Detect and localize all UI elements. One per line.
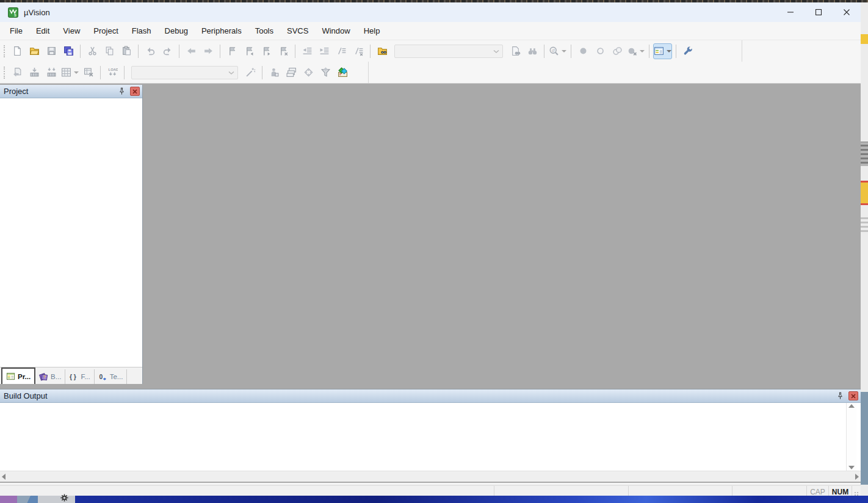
enable-disable-breakpoint-button[interactable] — [592, 43, 608, 59]
windows-icon — [654, 46, 664, 56]
rte-icon — [338, 67, 348, 78]
tab-books[interactable]: B... — [35, 369, 65, 384]
scroll-up-icon[interactable] — [848, 404, 855, 408]
background-fragment — [861, 392, 868, 485]
download-button[interactable] — [104, 65, 120, 81]
paste-button[interactable] — [118, 43, 134, 59]
save-all-button[interactable] — [60, 43, 76, 59]
scroll-left-icon[interactable] — [2, 474, 5, 480]
toolbar-separator — [179, 45, 179, 58]
manage-project-items-button[interactable] — [283, 65, 299, 81]
mdi-workspace: Project Pr...B...F...Te... Build Output — [0, 84, 861, 483]
dropdown-caret-icon[interactable] — [74, 71, 79, 74]
cut-button[interactable] — [84, 43, 100, 59]
braces-icon — [69, 372, 78, 382]
next-bookmark-button[interactable] — [258, 43, 274, 59]
navigate-back-button[interactable] — [183, 43, 199, 59]
previous-bookmark-button[interactable] — [241, 43, 257, 59]
paste-icon — [121, 46, 132, 56]
taskbar-app-sliver[interactable] — [0, 496, 17, 503]
scroll-right-icon[interactable] — [855, 474, 859, 480]
undo-button[interactable] — [142, 43, 158, 59]
tab-functions[interactable]: F... — [65, 369, 94, 384]
taskbar-app-sliver[interactable] — [17, 496, 38, 503]
options-for-target-button[interactable] — [242, 65, 258, 81]
toggle-bookmark-button[interactable] — [224, 43, 240, 59]
project-panel-close-button[interactable] — [130, 87, 140, 96]
menu-help[interactable]: Help — [357, 22, 387, 40]
redo-button[interactable] — [159, 43, 175, 59]
multi-project-workspace-button[interactable] — [300, 65, 316, 81]
menu-tools[interactable]: Tools — [248, 22, 280, 40]
insert-breakpoint-button[interactable] — [575, 43, 591, 59]
menu-view[interactable]: View — [56, 22, 87, 40]
find-in-files-dialog-button[interactable] — [507, 43, 523, 59]
dropdown-caret-icon[interactable] — [640, 50, 645, 52]
select-software-packs-button[interactable] — [317, 65, 333, 81]
rebuild-button[interactable] — [43, 65, 59, 81]
minimize-button[interactable] — [776, 2, 805, 22]
menu-project[interactable]: Project — [87, 22, 125, 40]
translate-button[interactable] — [9, 65, 25, 81]
build-output-horizontal-scrollbar[interactable] — [0, 471, 861, 482]
window-controls — [776, 2, 861, 22]
maximize-button[interactable] — [805, 2, 833, 22]
find-button[interactable] — [524, 43, 540, 59]
copy-button[interactable] — [101, 43, 117, 59]
tab-templates[interactable]: Te... — [95, 369, 128, 384]
arrow-left-icon — [186, 46, 197, 56]
disable-all-breakpoints-button[interactable] — [609, 43, 625, 59]
build-output-pin-button[interactable] — [834, 391, 845, 402]
manage-run-time-environment-button[interactable] — [335, 65, 350, 81]
start-stop-debug-button[interactable] — [548, 43, 567, 59]
search-combo[interactable] — [394, 45, 503, 58]
close-window-button[interactable] — [833, 2, 861, 22]
newdoc-icon — [12, 46, 23, 56]
open-file-button[interactable] — [26, 43, 42, 59]
clear-bookmarks-button[interactable] — [275, 43, 291, 59]
project-panel-pin-button[interactable] — [116, 86, 127, 97]
dropdown-caret-icon[interactable] — [667, 50, 671, 52]
pin-icon — [118, 87, 126, 95]
new-file-button[interactable] — [9, 43, 25, 59]
kill-all-breakpoints-button[interactable] — [626, 43, 645, 59]
menu-window[interactable]: Window — [315, 22, 356, 40]
build-button[interactable] — [26, 65, 42, 81]
toolbar-separator — [544, 45, 544, 58]
menu-svcs[interactable]: SVCS — [280, 22, 315, 40]
indent-button[interactable] — [316, 43, 332, 59]
taskbar-app-sliver[interactable] — [38, 496, 75, 503]
save-button[interactable] — [43, 43, 59, 59]
window-layout-button[interactable] — [653, 43, 672, 59]
find-in-files-button[interactable] — [374, 43, 390, 59]
maximize-icon — [815, 9, 822, 16]
target-select-combo[interactable] — [131, 66, 238, 79]
comment-button[interactable] — [333, 43, 349, 59]
configuration-button[interactable] — [680, 43, 696, 59]
tab-project[interactable]: Pr... — [1, 367, 35, 384]
project-panel: Project Pr...B...F...Te... — [0, 85, 143, 384]
build-output-vertical-scrollbar[interactable] — [846, 403, 856, 471]
menu-peripherals[interactable]: Peripherals — [195, 22, 248, 40]
flag-clear-icon — [278, 46, 289, 56]
scroll-down-icon[interactable] — [848, 466, 855, 469]
menu-edit[interactable]: Edit — [29, 22, 56, 40]
uncomment-button[interactable] — [350, 43, 366, 59]
build-output-close-button[interactable] — [848, 391, 858, 400]
outdent-icon — [302, 46, 313, 56]
folder-find-icon — [377, 46, 388, 56]
tab-label: B... — [51, 373, 61, 380]
dropdown-caret-icon[interactable] — [562, 50, 566, 52]
file-extensions-button[interactable] — [266, 65, 282, 81]
stop-build-button[interactable] — [81, 65, 96, 81]
outdent-button[interactable] — [299, 43, 315, 59]
toolbar-separator — [124, 66, 125, 79]
navigate-forward-button[interactable] — [200, 43, 216, 59]
menu-file[interactable]: File — [3, 22, 29, 40]
batch-build-button[interactable] — [60, 65, 79, 81]
toolbar-separator — [676, 45, 676, 58]
toolbar-separator — [649, 45, 649, 58]
menu-debug[interactable]: Debug — [158, 22, 195, 40]
project-tree[interactable] — [0, 98, 142, 367]
menu-flash[interactable]: Flash — [125, 22, 158, 40]
